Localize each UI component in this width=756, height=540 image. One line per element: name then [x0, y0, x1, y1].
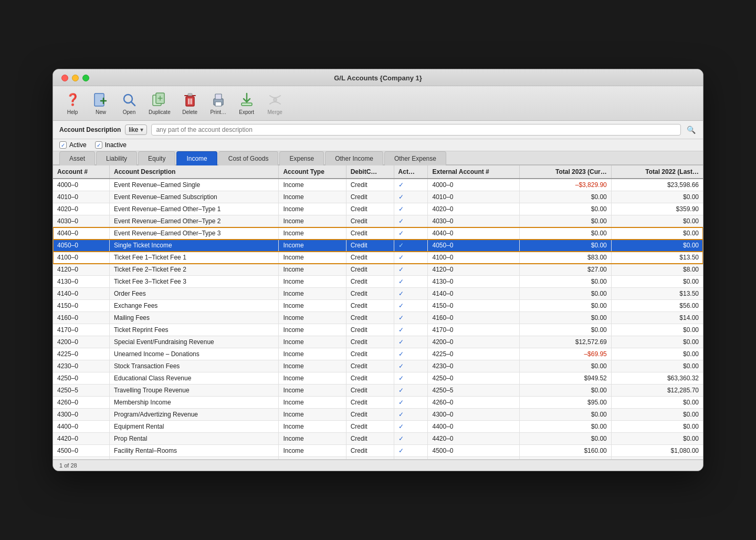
- cell-ext: 4420–0: [428, 433, 520, 445]
- checkboxes-row: ✓ Active ✓ Inactive: [53, 139, 703, 151]
- col-header-debit[interactable]: DebitC…: [346, 165, 394, 179]
- cell-type: Income: [279, 179, 346, 191]
- table-row[interactable]: 4000–0 Event Revenue–Earned Single Incom…: [53, 179, 703, 191]
- table-row[interactable]: 4225–0 Unearned Income – Donations Incom…: [53, 348, 703, 360]
- tabs-row: Asset Liability Equity Income Cost of Go…: [53, 151, 703, 165]
- table-row[interactable]: 4140–0 Order Fees Income Credit ✓ 4140–0…: [53, 288, 703, 300]
- cell-type: Income: [279, 227, 346, 240]
- cell-act: ✓: [394, 360, 428, 372]
- open-button[interactable]: Open: [116, 89, 142, 117]
- table-row[interactable]: 4500–0 Facility Rental–Rooms Income Cred…: [53, 445, 703, 457]
- cell-desc: Order Fees: [109, 288, 278, 300]
- table-row[interactable]: 4260–0 Membership Income Income Credit ✓…: [53, 397, 703, 409]
- active-label: Active: [69, 141, 87, 149]
- minimize-button[interactable]: [72, 75, 79, 81]
- tab-asset[interactable]: Asset: [59, 151, 95, 165]
- table-row[interactable]: 4040–0 Event Revenue–Earned Other–Type 3…: [53, 227, 703, 240]
- col-header-total23[interactable]: Total 2023 (Cur…: [520, 165, 612, 179]
- cell-ext: 4030–0: [428, 215, 520, 227]
- open-label: Open: [123, 109, 135, 115]
- table-row[interactable]: 4200–0 Special Event/Fundraising Revenue…: [53, 336, 703, 348]
- table-body: 4000–0 Event Revenue–Earned Single Incom…: [53, 179, 703, 460]
- cell-account: 4420–0: [53, 433, 109, 445]
- cell-desc: Event Revenue–Earned Single: [109, 179, 278, 191]
- cell-account: 4250–5: [53, 385, 109, 397]
- table-row[interactable]: 4020–0 Event Revenue–Earned Other–Type 1…: [53, 203, 703, 215]
- tab-equity[interactable]: Equity: [138, 151, 175, 165]
- table-row[interactable]: 4010–0 Event Revenue–Earned Subscription…: [53, 191, 703, 203]
- cell-debit: Credit: [346, 276, 394, 288]
- export-button[interactable]: Export: [234, 89, 260, 117]
- cell-total23: $27.00: [520, 264, 612, 276]
- table-row[interactable]: 4050–0 Single Ticket Income Income Credi…: [53, 240, 703, 252]
- cell-total22: $0.00: [611, 227, 703, 240]
- tab-income[interactable]: Income: [176, 151, 217, 165]
- cell-account: 4160–0: [53, 312, 109, 324]
- cell-desc: Prop Rental: [109, 433, 278, 445]
- cell-account: 4020–0: [53, 203, 109, 215]
- col-header-type[interactable]: Account Type: [279, 165, 346, 179]
- cell-account: 4400–0: [53, 421, 109, 433]
- table-row[interactable]: 4120–0 Ticket Fee 2–Ticket Fee 2 Income …: [53, 264, 703, 276]
- cell-account: 4500–0: [53, 445, 109, 457]
- cell-ext: 4230–0: [428, 360, 520, 372]
- active-checkbox[interactable]: ✓: [59, 141, 67, 149]
- cell-desc: Unearned Income – Donations: [109, 348, 278, 360]
- maximize-button[interactable]: [82, 75, 89, 81]
- tab-expense[interactable]: Expense: [279, 151, 324, 165]
- help-button[interactable]: ❓ Help: [59, 89, 86, 117]
- cell-type: Income: [279, 409, 346, 421]
- col-header-total22[interactable]: Total 2022 (Last…: [611, 165, 703, 179]
- table-row[interactable]: 4230–0 Stock Transaction Fees Income Cre…: [53, 360, 703, 372]
- col-header-ext[interactable]: External Account #: [428, 165, 520, 179]
- cell-debit: Credit: [346, 324, 394, 336]
- table-row[interactable]: 4400–0 Equipment Rental Income Credit ✓ …: [53, 421, 703, 433]
- tab-other-expense[interactable]: Other Expense: [384, 151, 446, 165]
- active-checkbox-item[interactable]: ✓ Active: [59, 141, 87, 149]
- cell-desc: Membership Income: [109, 397, 278, 409]
- search-icon[interactable]: 🔍: [685, 124, 697, 136]
- filter-dropdown[interactable]: like ▾: [125, 124, 147, 135]
- cell-ext: 4260–0: [428, 397, 520, 409]
- cell-act: ✓: [394, 179, 428, 191]
- table-row[interactable]: 4130–0 Ticket Fee 3–Ticket Fee 3 Income …: [53, 276, 703, 288]
- duplicate-button[interactable]: Duplicate: [144, 89, 175, 117]
- col-header-act[interactable]: Act…: [394, 165, 428, 179]
- print-button[interactable]: Print…: [205, 89, 232, 117]
- inactive-checkbox-item[interactable]: ✓ Inactive: [95, 141, 127, 149]
- table-row[interactable]: 4250–5 Travelling Troupe Revenue Income …: [53, 385, 703, 397]
- delete-button[interactable]: Delete: [177, 89, 203, 117]
- inactive-checkbox[interactable]: ✓: [95, 141, 102, 149]
- cell-total23: $0.00: [520, 312, 612, 324]
- print-label: Print…: [210, 109, 226, 115]
- close-button[interactable]: [61, 75, 68, 81]
- cell-total22: $63,360.32: [611, 372, 703, 385]
- table-row[interactable]: 4150–0 Exchange Fees Income Credit ✓ 415…: [53, 300, 703, 312]
- tab-other-income[interactable]: Other Income: [325, 151, 383, 165]
- cell-act: ✓: [394, 227, 428, 240]
- table-row[interactable]: 4170–0 Ticket Reprint Fees Income Credit…: [53, 324, 703, 336]
- export-label: Export: [239, 109, 254, 115]
- table-row[interactable]: 4160–0 Mailing Fees Income Credit ✓ 4160…: [53, 312, 703, 324]
- filter-input[interactable]: [151, 124, 681, 136]
- cell-act: ✓: [394, 252, 428, 264]
- cell-total23: $0.00: [520, 288, 612, 300]
- cell-account: 4140–0: [53, 288, 109, 300]
- new-button[interactable]: New: [88, 89, 114, 117]
- table-row[interactable]: 4100–0 Ticket Fee 1–Ticket Fee 1 Income …: [53, 252, 703, 264]
- cell-type: Income: [279, 372, 346, 385]
- col-header-desc[interactable]: Account Description: [109, 165, 278, 179]
- table-row[interactable]: 4420–0 Prop Rental Income Credit ✓ 4420–…: [53, 433, 703, 445]
- table-row[interactable]: 4250–0 Educational Class Revenue Income …: [53, 372, 703, 385]
- col-header-account[interactable]: Account #: [53, 165, 109, 179]
- table-row[interactable]: 4030–0 Event Revenue–Earned Other–Type 2…: [53, 215, 703, 227]
- cell-total23: $0.00: [520, 240, 612, 252]
- tab-liability[interactable]: Liability: [96, 151, 137, 165]
- merge-button[interactable]: Merge: [262, 89, 288, 117]
- cell-ext: 4400–0: [428, 421, 520, 433]
- svg-point-19: [274, 98, 277, 101]
- table-row[interactable]: 4300–0 Program/Advertizing Revenue Incom…: [53, 409, 703, 421]
- tab-cost-of-goods[interactable]: Cost of Goods: [218, 151, 279, 165]
- cell-total22: $56.00: [611, 300, 703, 312]
- cell-total22: $0.00: [611, 421, 703, 433]
